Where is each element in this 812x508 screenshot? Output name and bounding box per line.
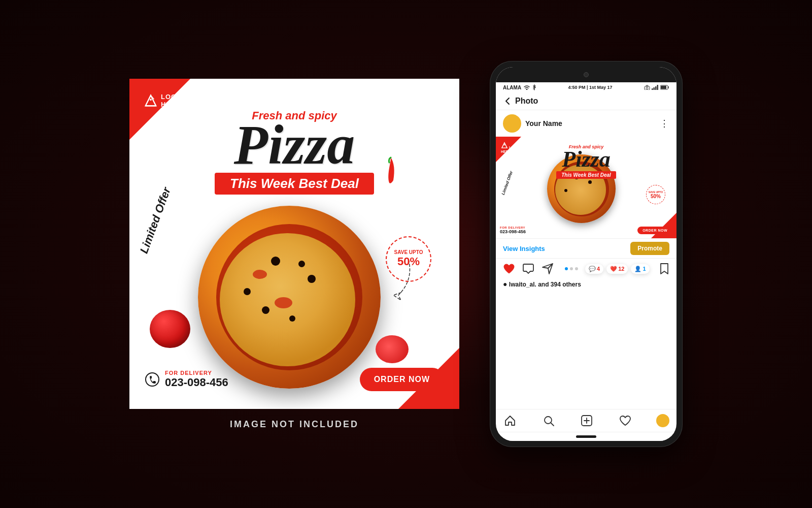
image-caption: IMAGE NOT INCLUDED bbox=[129, 419, 459, 430]
phone-mockup: ALAMA 4:50 PM | 1st May 17 bbox=[490, 61, 683, 447]
phone-save-badge: SAVE UPTO 50% bbox=[646, 185, 665, 204]
floating-tomato-right bbox=[376, 335, 409, 363]
share-button[interactable] bbox=[542, 263, 554, 275]
phone-best-deal: This Week Best Deal bbox=[556, 171, 616, 179]
pizza-circle bbox=[198, 206, 381, 389]
status-time: 4:50 PM | 1st May 17 bbox=[568, 85, 613, 90]
comment-count: 4 bbox=[597, 266, 600, 272]
status-carrier: ALAMA bbox=[503, 84, 536, 90]
instagram-header: Photo bbox=[496, 92, 676, 110]
user-left: Your Name bbox=[503, 114, 562, 133]
heart-badge: ❤️ 12 bbox=[606, 264, 628, 274]
nav-add-button[interactable] bbox=[580, 414, 594, 428]
wifi-icon bbox=[523, 85, 530, 90]
phone-order-button[interactable]: ORDER NOW bbox=[637, 227, 672, 234]
carousel-dot-1 bbox=[565, 267, 568, 270]
likes-text: lwaito_al. and 394 others bbox=[509, 281, 581, 288]
comment-badge: 💬 4 bbox=[585, 264, 603, 274]
phone-save-percent: 50% bbox=[651, 194, 661, 199]
floating-tomato-left bbox=[150, 310, 190, 348]
svg-point-5 bbox=[526, 89, 528, 90]
pizza-ad: LOGO HERE Fresh and spicy Pizza This Wee… bbox=[129, 79, 459, 409]
nav-profile-button[interactable] bbox=[656, 414, 669, 427]
phone-bottom-bar: FOR DELIVERY 023-098-456 ORDER NOW bbox=[500, 226, 672, 234]
view-insights-button[interactable]: View Insights bbox=[503, 245, 545, 252]
carousel-dots bbox=[565, 267, 578, 270]
bottom-nav bbox=[496, 409, 676, 432]
limited-offer-text: Limited Offer bbox=[138, 185, 174, 255]
delivery-info: FOR DELIVERY 023-098-456 bbox=[145, 370, 228, 389]
bottom-bar: FOR DELIVERY 023-098-456 ORDER NOW bbox=[145, 368, 444, 391]
status-right bbox=[644, 85, 669, 90]
people-badge: 👤 1 bbox=[631, 264, 649, 274]
nav-search-button[interactable] bbox=[542, 414, 556, 428]
svg-point-15 bbox=[504, 144, 505, 145]
nav-heart-button[interactable] bbox=[618, 414, 632, 428]
phone-ad: LOGO HERE Fresh and spicy Pizza This Wee… bbox=[496, 137, 676, 238]
svg-rect-10 bbox=[655, 86, 657, 90]
carousel-dot-3 bbox=[575, 267, 578, 270]
svg-rect-13 bbox=[661, 86, 666, 89]
insights-bar: View Insights Promote bbox=[496, 238, 676, 259]
pizza-title-text: Pizza bbox=[145, 120, 444, 170]
save-text: SAVE UPTO bbox=[394, 249, 423, 255]
svg-rect-11 bbox=[657, 85, 658, 90]
notification-badges: 💬 4 ❤️ 12 👤 1 bbox=[585, 264, 650, 274]
pizza-headline: Fresh and spicy Pizza This Week Best Dea… bbox=[129, 109, 459, 195]
user-avatar bbox=[503, 114, 521, 133]
svg-rect-9 bbox=[653, 87, 655, 90]
photo-header-title: Photo bbox=[515, 97, 538, 106]
back-arrow-icon bbox=[503, 97, 512, 106]
status-bar: ALAMA 4:50 PM | 1st May 17 bbox=[496, 82, 676, 92]
phone-ad-logo: LOGO HERE bbox=[501, 142, 520, 154]
main-container: LOGO HERE Fresh and spicy Pizza This Wee… bbox=[129, 61, 683, 447]
delivery-number: 023-098-456 bbox=[165, 376, 228, 389]
phone-pizza-title: Pizza bbox=[496, 149, 676, 170]
home-indicator bbox=[576, 435, 596, 438]
save-percent: 50% bbox=[397, 255, 420, 268]
best-deal-banner: This Week Best Deal bbox=[215, 173, 374, 195]
order-now-button[interactable]: ORDER NOW bbox=[360, 368, 444, 391]
likes-row: ● lwaito_al. and 394 others bbox=[496, 279, 676, 290]
save-badge: SAVE UPTO 50% bbox=[386, 236, 431, 282]
phone-bottom-indicator bbox=[496, 432, 676, 441]
phone-delivery-number: 023-098-456 bbox=[500, 229, 526, 234]
phone-delivery-info: FOR DELIVERY 023-098-456 bbox=[500, 226, 526, 234]
phone-icon bbox=[145, 372, 160, 387]
carousel-dot-2 bbox=[570, 267, 573, 270]
phone-camera-bar bbox=[496, 67, 676, 82]
logo-area: LOGO HERE bbox=[144, 93, 182, 109]
phone-inner: ALAMA 4:50 PM | 1st May 17 bbox=[496, 67, 676, 441]
back-button[interactable]: Photo bbox=[503, 97, 538, 106]
nav-home-button[interactable] bbox=[503, 414, 517, 428]
camera-icon bbox=[644, 85, 650, 90]
svg-point-2 bbox=[150, 99, 152, 101]
user-row: Your Name ⋮ bbox=[496, 110, 676, 137]
user-name: Your Name bbox=[525, 119, 562, 128]
delivery-label: FOR DELIVERY bbox=[165, 370, 228, 376]
like-button[interactable] bbox=[503, 263, 515, 275]
bluetooth-icon bbox=[532, 84, 536, 90]
camera-dot bbox=[584, 72, 589, 77]
signal-icon bbox=[652, 85, 659, 90]
save-button[interactable] bbox=[660, 263, 670, 275]
phone-ad-headline: Fresh and spicy Pizza This Week Best Dea… bbox=[496, 144, 676, 179]
action-icons-bar: 💬 4 ❤️ 12 👤 1 bbox=[496, 259, 676, 279]
battery-icon bbox=[660, 85, 669, 90]
heart-count: 12 bbox=[618, 266, 624, 272]
promote-button[interactable]: Promote bbox=[630, 242, 669, 255]
more-options-button[interactable]: ⋮ bbox=[660, 118, 669, 129]
logo-text: LOGO HERE bbox=[161, 93, 182, 109]
svg-point-4 bbox=[146, 373, 159, 386]
svg-rect-8 bbox=[652, 88, 653, 90]
people-count: 1 bbox=[642, 266, 646, 272]
comment-button[interactable] bbox=[522, 263, 534, 275]
svg-point-7 bbox=[646, 87, 648, 89]
